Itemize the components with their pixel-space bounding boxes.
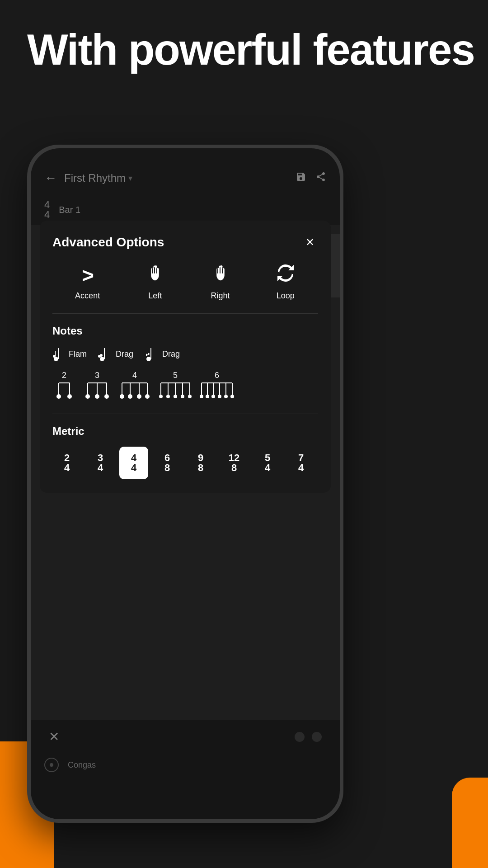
svg-point-37 <box>137 394 141 399</box>
metric-2-4[interactable]: 2 4 <box>52 447 81 479</box>
svg-point-60 <box>218 395 221 398</box>
svg-point-36 <box>128 394 132 399</box>
right-hand-icon <box>211 263 230 288</box>
svg-rect-3 <box>217 268 218 274</box>
tuplets-row: 2 3 <box>52 371 318 401</box>
svg-marker-16 <box>148 353 150 355</box>
action-right[interactable]: Right <box>211 263 230 301</box>
svg-point-48 <box>181 395 184 398</box>
tuplet-2[interactable]: 2 <box>52 371 76 401</box>
loop-label: Loop <box>277 291 295 301</box>
svg-point-14 <box>146 357 151 361</box>
action-loop[interactable]: Loop <box>276 263 296 301</box>
left-hand-icon <box>145 263 165 288</box>
tuplet-3[interactable]: 3 <box>83 371 111 401</box>
metric-9-8[interactable]: 9 8 <box>186 447 215 479</box>
svg-point-59 <box>211 395 215 398</box>
header-section: With powerful features <box>27 27 474 73</box>
notes-section: Notes Flam <box>52 325 318 401</box>
metric-6-8[interactable]: 6 8 <box>153 447 182 479</box>
phone-screen: ← First Rhythm ▾ <box>31 148 340 819</box>
header-title: With powerful features <box>27 27 474 73</box>
svg-point-45 <box>159 395 163 398</box>
tuplet-5[interactable]: 5 <box>158 371 192 401</box>
orange-accent-right <box>452 778 488 868</box>
divider-2 <box>52 414 318 414</box>
advanced-options-modal: Advanced Options ✕ > Accent <box>40 221 331 493</box>
svg-rect-4 <box>220 267 221 274</box>
loop-icon <box>276 263 296 288</box>
metric-7-4[interactable]: 7 4 <box>286 447 315 479</box>
tuplet-6[interactable]: 6 <box>200 371 234 401</box>
note-flam[interactable]: Flam <box>52 346 87 362</box>
svg-point-62 <box>230 395 234 398</box>
metric-section: Metric 2 4 3 4 4 <box>52 425 318 479</box>
svg-point-58 <box>206 395 209 398</box>
right-label: Right <box>211 291 230 301</box>
svg-rect-0 <box>152 268 153 274</box>
metric-12-8[interactable]: 12 8 <box>220 447 249 479</box>
svg-point-7 <box>53 355 56 358</box>
phone-mockup: ← First Rhythm ▾ <box>27 145 343 823</box>
phone-inner: ← First Rhythm ▾ <box>31 148 340 819</box>
svg-point-12 <box>100 354 103 357</box>
metric-title: Metric <box>52 425 318 438</box>
accent-label: Accent <box>75 291 100 301</box>
svg-point-57 <box>200 395 203 398</box>
svg-point-38 <box>145 394 150 399</box>
modal-header: Advanced Options ✕ <box>52 234 318 250</box>
metric-5-4[interactable]: 5 4 <box>253 447 282 479</box>
svg-point-46 <box>166 395 170 398</box>
svg-point-21 <box>56 394 61 399</box>
notes-title: Notes <box>52 325 318 337</box>
svg-point-47 <box>174 395 177 398</box>
svg-rect-5 <box>222 268 223 274</box>
divider-1 <box>52 313 318 314</box>
drag2-label: Drag <box>162 349 180 359</box>
flam-label: Flam <box>69 349 87 359</box>
action-accent[interactable]: > Accent <box>75 263 100 301</box>
accent-icon: > <box>81 263 94 288</box>
svg-point-22 <box>67 394 72 399</box>
svg-point-27 <box>85 394 90 399</box>
metric-3-4[interactable]: 3 4 <box>86 447 115 479</box>
svg-point-29 <box>104 394 109 399</box>
svg-point-28 <box>95 394 99 399</box>
tuplet-4[interactable]: 4 <box>118 371 151 401</box>
metric-4-4[interactable]: 4 4 <box>119 447 148 479</box>
modal-overlay: Advanced Options ✕ > Accent <box>31 148 340 819</box>
notes-items-row: Flam Drag <box>52 346 318 362</box>
svg-point-10 <box>100 357 104 361</box>
metric-row: 2 4 3 4 4 4 <box>52 447 318 479</box>
svg-point-35 <box>120 394 124 399</box>
close-button[interactable]: ✕ <box>302 234 318 250</box>
svg-point-49 <box>188 395 192 398</box>
svg-rect-1 <box>154 267 155 274</box>
drag1-label: Drag <box>116 349 133 359</box>
action-left[interactable]: Left <box>145 263 165 301</box>
note-drag-1[interactable]: Drag <box>98 346 133 362</box>
modal-title: Advanced Options <box>52 235 164 250</box>
svg-rect-2 <box>156 268 157 274</box>
left-label: Left <box>148 291 162 301</box>
svg-point-61 <box>224 395 228 398</box>
note-drag-2[interactable]: Drag <box>144 346 180 362</box>
actions-row: > Accent <box>52 263 318 301</box>
